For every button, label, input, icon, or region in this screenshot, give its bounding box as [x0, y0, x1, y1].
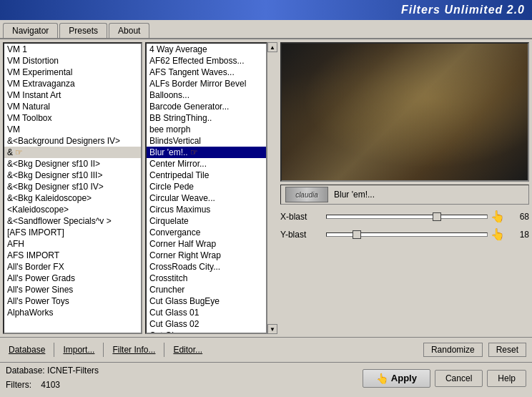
filter-item[interactable]: Cirquelate — [147, 215, 266, 227]
category-item[interactable]: All's Power Sines — [4, 284, 141, 295]
filter-item[interactable]: Cut Glass 02 — [147, 318, 266, 330]
slider-value: 68 — [508, 212, 529, 222]
status-bar: Database: ICNET-Filters Filters: 4103 👆 … — [0, 362, 532, 393]
filter-item[interactable]: Center Mirror... — [147, 158, 266, 170]
category-item[interactable]: &<Background Designers IV> — [4, 135, 141, 147]
apply-button[interactable]: 👆 Apply — [363, 369, 430, 388]
filter-item[interactable]: Circus Maximus — [147, 204, 266, 215]
filter-item[interactable]: Blur 'em!.. ☞ — [147, 147, 266, 158]
tab-presets[interactable]: Presets — [59, 23, 107, 38]
slider-track[interactable] — [326, 215, 488, 219]
category-item[interactable]: &<Bkg Designer sf10 IV> — [4, 181, 141, 192]
filter-info-button[interactable]: Filter Info... — [109, 343, 158, 356]
slider-row: X-blast👆68 — [280, 207, 529, 225]
category-item[interactable]: [AFS IMPORT] — [4, 227, 141, 238]
category-item[interactable]: All's Border FX — [4, 261, 141, 273]
category-item[interactable]: VM Natural — [4, 101, 141, 112]
claudia-text: claudia — [295, 191, 318, 199]
left-panel: VM 1VM DistortionVM ExperimentalVM Extra… — [3, 42, 142, 334]
category-item[interactable]: AFH — [4, 238, 141, 250]
filter-item[interactable]: Corner Right Wrap — [147, 250, 266, 261]
claudia-badge: claudia — [285, 187, 328, 202]
cancel-button[interactable]: Cancel — [435, 370, 483, 387]
database-value: ICNET-Filters — [47, 366, 99, 376]
slider-row: Y-blast👆18 — [280, 225, 529, 243]
preview-image — [280, 42, 529, 182]
app-title: Filters Unlimited 2.0 — [401, 4, 525, 16]
scroll-up-arrow[interactable]: ▲ — [267, 42, 277, 52]
tab-navigator[interactable]: Navigator — [3, 23, 58, 38]
filter-item[interactable]: Balloons... — [147, 89, 266, 101]
category-item[interactable]: VM — [4, 124, 141, 135]
separator-2 — [103, 343, 104, 357]
right-panel: claudia Blur 'em!... X-blast👆68Y-blast👆1… — [280, 42, 529, 334]
separator-1 — [54, 343, 54, 357]
import-button[interactable]: Import... — [60, 343, 97, 356]
scroll-arrows: ▲ ▼ — [267, 42, 277, 334]
filter-item[interactable]: AF62 Effected Emboss... — [147, 55, 266, 67]
apply-label: Apply — [391, 373, 417, 383]
filter-item[interactable]: Corner Half Wrap — [147, 238, 266, 250]
database-button[interactable]: Database — [6, 343, 48, 356]
slider-thumb[interactable] — [433, 212, 441, 221]
filter-name-display: claudia Blur 'em!... — [280, 185, 529, 205]
category-item[interactable]: VM Distortion — [4, 55, 141, 67]
category-item[interactable]: VM Experimental — [4, 67, 141, 78]
category-item[interactable]: All's Power Toys — [4, 295, 141, 307]
filter-item[interactable]: Cut Glass... — [147, 330, 266, 334]
category-item[interactable]: All's Power Grads — [4, 273, 141, 284]
category-item[interactable]: <Kaleidoscope> — [4, 204, 141, 215]
category-item[interactable]: &<Sandflower Specials^v > — [4, 215, 141, 227]
filter-item[interactable]: Circle Pede — [147, 181, 266, 192]
sliders-area: X-blast👆68Y-blast👆18 — [280, 207, 529, 334]
middle-panel: 4 Way AverageAF62 Effected Emboss...AFS … — [145, 42, 277, 334]
filter-item[interactable]: Cruncher — [147, 284, 266, 295]
separator-3 — [164, 343, 164, 357]
category-item[interactable]: &<Bkg Designer sf10 III> — [4, 170, 141, 181]
filter-item[interactable]: BlindsVertical — [147, 135, 266, 147]
slider-track[interactable] — [326, 232, 488, 237]
editor-button[interactable]: Editor... — [170, 343, 205, 356]
tab-about[interactable]: About — [109, 23, 149, 38]
category-item[interactable]: VM Toolbox — [4, 112, 141, 124]
category-item[interactable]: &<Bkg Kaleidoscope> — [4, 192, 141, 204]
database-label: Database: — [6, 366, 45, 376]
category-item[interactable]: VM 1 — [4, 44, 141, 55]
status-buttons: 👆 Apply Cancel Help — [363, 369, 526, 388]
filter-item[interactable]: Crosstitch — [147, 273, 266, 284]
finger-pointer-icon: 👆 — [491, 210, 505, 223]
filter-item[interactable]: bee morph — [147, 124, 266, 135]
category-item[interactable]: &<Bkg Designer sf10 II> — [4, 158, 141, 170]
randomize-button[interactable]: Randomize — [423, 343, 483, 357]
scroll-down-arrow[interactable]: ▼ — [267, 324, 277, 334]
filter-item[interactable]: Barcode Generator... — [147, 101, 266, 112]
tab-bar: Navigator Presets About — [0, 20, 532, 39]
slider-thumb[interactable] — [353, 230, 361, 239]
reset-button[interactable]: Reset — [488, 343, 526, 357]
slider-value: 18 — [508, 230, 529, 240]
category-list[interactable]: VM 1VM DistortionVM ExperimentalVM Extra… — [3, 42, 142, 334]
filter-item[interactable]: Convergance — [147, 227, 266, 238]
database-status: Database: ICNET-Filters — [6, 364, 363, 378]
category-item[interactable]: AlphaWorks — [4, 307, 141, 318]
filter-item[interactable]: CrossRoads City... — [147, 261, 266, 273]
filter-item[interactable]: 4 Way Average — [147, 44, 266, 55]
main-content: VM 1VM DistortionVM ExperimentalVM Extra… — [0, 39, 532, 337]
category-item[interactable]: VM Instant Art — [4, 89, 141, 101]
filters-status: Filters: 4103 — [6, 378, 363, 392]
category-item[interactable]: AFS IMPORT — [4, 250, 141, 261]
category-item[interactable]: & ☞ — [4, 147, 141, 158]
filter-item[interactable]: BB StringThing.. — [147, 112, 266, 124]
bottom-toolbar: Database Import... Filter Info... Editor… — [0, 337, 532, 362]
filter-item[interactable]: Centripedal Tile — [147, 170, 266, 181]
help-button[interactable]: Help — [487, 370, 526, 387]
filters-label: Filters: — [6, 380, 31, 390]
filter-item[interactable]: Cut Glass 01 — [147, 307, 266, 318]
title-bar: Filters Unlimited 2.0 — [0, 0, 532, 20]
filter-item[interactable]: Cut Glass BugEye — [147, 295, 266, 307]
filter-item[interactable]: AFS Tangent Waves... — [147, 67, 266, 78]
filter-list[interactable]: 4 Way AverageAF62 Effected Emboss...AFS … — [145, 42, 267, 334]
filter-item[interactable]: ALFs Border Mirror Bevel — [147, 78, 266, 89]
category-item[interactable]: VM Extravaganza — [4, 78, 141, 89]
filter-item[interactable]: Circular Weave... — [147, 192, 266, 204]
